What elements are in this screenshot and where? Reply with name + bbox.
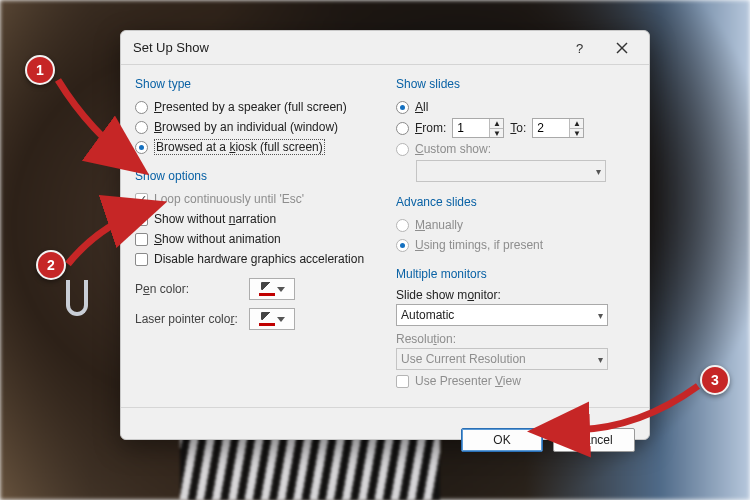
ok-button[interactable]: OK [461, 428, 543, 452]
custom-show-select: ▾ [416, 160, 606, 182]
check-label: Disable hardware graphics acceleration [154, 252, 364, 266]
group-label: Advance slides [396, 193, 635, 215]
to-input[interactable] [533, 119, 569, 137]
callout-arrow-3 [570, 380, 710, 440]
radio-custom-show: Custom show: [396, 139, 635, 159]
callout-arrow-2 [62, 200, 172, 275]
check-label: Use Presenter View [415, 374, 521, 388]
radio-label: Custom show: [415, 142, 491, 156]
help-button[interactable]: ? [559, 33, 601, 63]
radio-icon [396, 219, 409, 232]
check-icon [396, 375, 409, 388]
chevron-down-icon: ▾ [598, 354, 603, 365]
pen-icon [259, 282, 275, 296]
group-label: Multiple monitors [396, 265, 635, 287]
from-spinner[interactable]: ▲▼ [452, 118, 504, 138]
radio-label: Presented by a speaker (full screen) [154, 100, 347, 114]
custom-show-row: ▾ [396, 159, 635, 183]
radio-icon [396, 122, 409, 135]
radio-icon [396, 239, 409, 252]
group-label: Show type [135, 75, 374, 97]
radio-icon [396, 143, 409, 156]
laser-color-label: Laser pointer color: [135, 312, 243, 326]
group-label: Show slides [396, 75, 635, 97]
radio-all-slides[interactable]: All [396, 97, 635, 117]
chevron-down-icon: ▾ [596, 166, 601, 177]
check-label: Show without narration [154, 212, 276, 226]
radio-icon [396, 101, 409, 114]
svg-text:?: ? [576, 41, 583, 55]
right-column: Show slides All From: ▲▼ To: ▲▼ [396, 75, 635, 401]
multiple-monitors-group: Multiple monitors Slide show monitor: Au… [396, 265, 635, 391]
chevron-down-icon: ▾ [598, 310, 603, 321]
radio-using-timings: Using timings, if present [396, 235, 635, 255]
radio-from-to[interactable]: From: ▲▼ To: ▲▼ [396, 117, 635, 139]
check-label: Loop continuously until 'Esc' [154, 192, 304, 206]
to-spinner[interactable]: ▲▼ [532, 118, 584, 138]
monitor-row: Slide show monitor: Automatic ▾ [396, 287, 635, 327]
resolution-label: Resolution: [396, 332, 456, 346]
show-slides-group: Show slides All From: ▲▼ To: ▲▼ [396, 75, 635, 183]
titlebar: Set Up Show ? [121, 31, 649, 65]
to-label: To: [510, 121, 526, 135]
radio-presented-speaker[interactable]: Presented by a speaker (full screen) [135, 97, 374, 117]
spin-up-icon[interactable]: ▲ [489, 119, 503, 128]
radio-label: Browsed by an individual (window) [154, 120, 338, 134]
resolution-select: Use Current Resolution ▾ [396, 348, 608, 370]
radio-label: Browsed at a kiosk (full screen) [154, 139, 325, 155]
close-button[interactable] [601, 33, 643, 63]
dialog-title: Set Up Show [133, 40, 209, 55]
close-icon [616, 42, 628, 54]
spin-up-icon[interactable]: ▲ [569, 119, 583, 128]
pen-icon [259, 312, 275, 326]
select-value: Automatic [401, 308, 454, 322]
pen-color-label: Pen color: [135, 282, 243, 296]
show-type-group: Show type Presented by a speaker (full s… [135, 75, 374, 157]
radio-browsed-kiosk[interactable]: Browsed at a kiosk (full screen) [135, 137, 374, 157]
radio-label: All [415, 100, 428, 114]
chevron-down-icon [277, 287, 285, 292]
monitor-select[interactable]: Automatic ▾ [396, 304, 608, 326]
radio-label: Using timings, if present [415, 238, 543, 252]
from-input[interactable] [453, 119, 489, 137]
spin-down-icon[interactable]: ▼ [569, 128, 583, 137]
resolution-row: Resolution: Use Current Resolution ▾ [396, 331, 635, 371]
monitor-label: Slide show monitor: [396, 288, 501, 302]
pen-color-row: Pen color: [135, 277, 374, 301]
callout-arrow-1 [50, 72, 160, 182]
advance-slides-group: Advance slides Manually Using timings, i… [396, 193, 635, 255]
laser-color-row: Laser pointer color: [135, 307, 374, 331]
group-label: Show options [135, 167, 374, 189]
check-label: Show without animation [154, 232, 281, 246]
spin-down-icon[interactable]: ▼ [489, 128, 503, 137]
chevron-down-icon [277, 317, 285, 322]
setup-show-dialog: Set Up Show ? Show type Presented by a s… [120, 30, 650, 440]
laser-color-button[interactable] [249, 308, 295, 330]
radio-manually: Manually [396, 215, 635, 235]
pen-color-button[interactable] [249, 278, 295, 300]
from-label: From: [415, 121, 446, 135]
select-value: Use Current Resolution [401, 352, 526, 366]
radio-label: Manually [415, 218, 463, 232]
radio-browsed-individual[interactable]: Browsed by an individual (window) [135, 117, 374, 137]
